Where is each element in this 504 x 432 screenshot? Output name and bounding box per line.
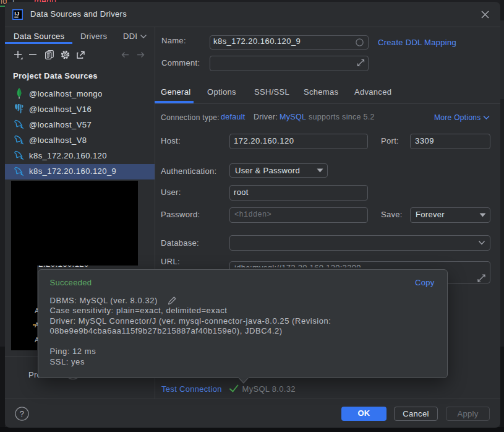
- svg-text:IJ: IJ: [14, 11, 20, 17]
- svg-text:?: ?: [20, 409, 25, 418]
